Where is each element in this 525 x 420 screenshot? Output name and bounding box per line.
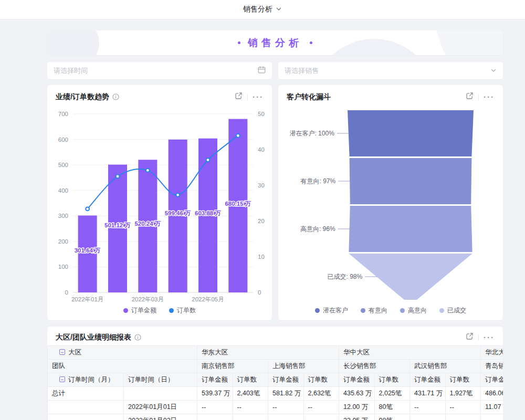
- value-cell: [410, 414, 446, 420]
- line-point-2022年04月[interactable]: [176, 193, 180, 197]
- day-cell: 2022年01月01日: [124, 401, 197, 414]
- funnel-segment-潜在客户[interactable]: [348, 110, 474, 156]
- left-axis-tick: 300: [58, 213, 68, 219]
- metric-header-订单数: 订单数: [233, 373, 268, 387]
- legend-label: 订单数: [177, 306, 196, 315]
- trend-legend: 订单金额订单数: [47, 306, 272, 315]
- funnel-stage-label: 潜在客户: 100%: [289, 130, 334, 137]
- time-filter-input[interactable]: [54, 67, 258, 75]
- value-cell: --: [233, 401, 268, 414]
- value-cell: --: [197, 401, 233, 414]
- line-point-2022年06月[interactable]: [236, 134, 240, 138]
- team-header-青岛销售部: 青岛销售部: [481, 360, 503, 373]
- team-header-武汉销售部: 武汉销售部: [410, 360, 481, 373]
- sales-filter-input[interactable]: [285, 67, 490, 75]
- bar-value-label: 680.15 万: [225, 201, 251, 207]
- value-cell: 12.00 万: [339, 401, 375, 414]
- month-cell: [48, 414, 124, 420]
- team-header-长沙销售部-label: 长沙销售部: [343, 362, 376, 370]
- banner-dot: [238, 41, 240, 44]
- metric-header-row: 订单时间（月）订单时间（日）订单金额订单数订单金额订单数订单金额订单数订单金额订…: [48, 373, 503, 387]
- metric-header-订单数: 订单数: [303, 373, 339, 387]
- value-cell: 539.37 万: [197, 387, 233, 401]
- value-cell: 435.63 万: [339, 387, 375, 401]
- line-point-2022年03月[interactable]: [146, 169, 150, 172]
- line-point-2022年01月[interactable]: [86, 207, 89, 211]
- legend-item-已成交[interactable]: 已成交: [439, 306, 466, 315]
- line-point-2022年02月[interactable]: [116, 175, 120, 178]
- legend-item-有意向[interactable]: 有意向: [361, 306, 387, 315]
- legend-item-潜在客户[interactable]: 潜在客户: [315, 306, 348, 315]
- line-point-2022年05月[interactable]: [206, 158, 210, 162]
- region-header-华中大区-label: 华中大区: [343, 349, 370, 356]
- funnel-chart: 潜在客户: 100%有意向: 97%高意向: 96%已成交: 98%: [278, 106, 503, 312]
- value-cell: 486.06 万: [481, 387, 503, 401]
- banner-dot: [310, 41, 312, 44]
- info-icon[interactable]: [112, 93, 119, 100]
- chevron-down-icon[interactable]: [276, 5, 282, 14]
- right-axis-tick: 40: [258, 146, 265, 153]
- sales-filter[interactable]: [278, 62, 503, 79]
- team-row-label: 团队: [48, 360, 197, 373]
- bar-订单金额-2022年01月[interactable]: [78, 215, 97, 292]
- day-column-header: 订单时间（日）: [124, 373, 197, 387]
- export-icon[interactable]: [466, 92, 474, 102]
- metric-header-订单数-label: 订单数: [450, 376, 470, 383]
- funnel-card-title: 客户转化漏斗: [287, 92, 331, 102]
- metric-header-订单金额-label: 订单金额: [272, 376, 299, 383]
- region-header-华北大区: 华北大区: [481, 346, 503, 360]
- topbar-title[interactable]: 销售分析: [243, 5, 272, 14]
- more-menu-icon[interactable]: ···: [484, 335, 495, 340]
- collapse-icon[interactable]: [59, 376, 65, 382]
- legend-dot: [439, 308, 444, 313]
- bar-value-label: 603.88 万: [195, 210, 221, 216]
- region-header-华东大区-label: 华东大区: [202, 349, 228, 356]
- right-axis-tick: 10: [258, 254, 265, 260]
- calendar-icon[interactable]: [258, 66, 266, 76]
- info-icon[interactable]: [134, 334, 141, 341]
- chevron-down-icon[interactable]: [490, 66, 497, 76]
- funnel-segment-有意向[interactable]: [350, 158, 472, 204]
- bar-value-label: 501.12 万: [104, 222, 131, 228]
- value-cell: [197, 414, 233, 420]
- bar-value-label: 301.64 万: [75, 247, 101, 254]
- region-row-label: 大区: [48, 346, 197, 360]
- team-header-南京销售部-label: 南京销售部: [202, 362, 235, 370]
- funnel-segment-高意向[interactable]: [349, 206, 472, 252]
- value-cell: 2,632笔: [303, 387, 339, 401]
- more-menu-icon[interactable]: ···: [253, 94, 264, 100]
- region-header-华东大区: 华东大区: [197, 346, 339, 360]
- funnel-stage-label: 高意向: 96%: [300, 225, 335, 233]
- left-axis-tick: 100: [58, 264, 68, 270]
- team-header-青岛销售部-label: 青岛销售部: [485, 362, 503, 370]
- legend-item-订单金额[interactable]: 订单金额: [123, 306, 156, 315]
- metric-header-订单金额-label: 订单金额: [485, 376, 503, 383]
- legend-label: 高意向: [408, 306, 427, 315]
- right-axis-tick: 50: [258, 111, 265, 117]
- x-axis-tick: 2022年01月: [71, 296, 103, 302]
- collapse-icon[interactable]: [59, 349, 65, 355]
- metric-header-订单金额: 订单金额: [197, 373, 233, 387]
- legend-item-高意向[interactable]: 高意向: [400, 306, 427, 315]
- export-icon[interactable]: [466, 332, 474, 342]
- table-card-header: 大区/团队业绩明细报表 ···: [47, 327, 503, 342]
- funnel-legend: 潜在客户有意向高意向已成交: [278, 306, 503, 315]
- value-cell: --: [410, 401, 446, 414]
- bar-value-label: 599.46 万: [165, 210, 191, 216]
- banner-decoration: [47, 30, 107, 55]
- table-card-title: 大区/团队业绩明细报表: [56, 333, 131, 342]
- trend-card-header: 业绩/订单数趋势 ···: [47, 85, 272, 102]
- value-cell: 1,927笔: [445, 387, 481, 401]
- metric-header-订单金额: 订单金额: [481, 373, 503, 387]
- value-cell: 581.82 万: [268, 387, 304, 401]
- funnel-chart-card: 客户转化漏斗 ··· 潜在客户: 100%有意向: 97%高意向: 96%已成交…: [278, 85, 503, 320]
- metric-header-订单金额-label: 订单金额: [343, 376, 370, 383]
- time-filter[interactable]: [47, 62, 272, 79]
- table-row: 2022年01月01日--------12.00 万80笔----11.07 万: [48, 401, 503, 414]
- divider: [478, 334, 479, 341]
- bar-订单金额-2022年02月[interactable]: [108, 165, 127, 292]
- left-axis-tick: 500: [58, 162, 68, 168]
- more-menu-icon[interactable]: ···: [484, 94, 495, 100]
- legend-item-订单数[interactable]: 订单数: [169, 306, 196, 315]
- export-icon[interactable]: [235, 92, 243, 102]
